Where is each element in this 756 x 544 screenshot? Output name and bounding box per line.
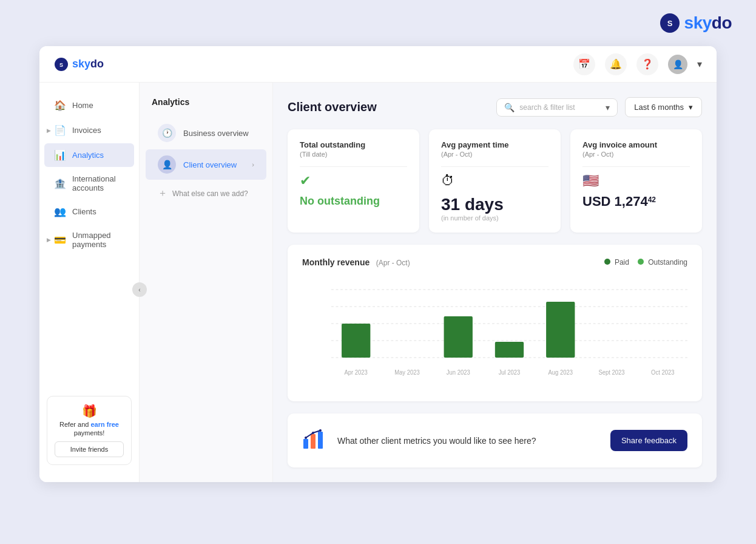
svg-text:Oct 2023: Oct 2023 bbox=[651, 369, 674, 376]
app-logo: S skydo bbox=[54, 57, 104, 72]
stat-total-outstanding-value: No outstanding bbox=[300, 195, 407, 208]
svg-text:Apr 2023: Apr 2023 bbox=[345, 369, 368, 376]
sidebar-nav: 🏠 Home ▶ 📄 Invoices 📊 Analytics 🏦 Intern… bbox=[39, 92, 139, 389]
sidebar-item-international-label: International accounts bbox=[72, 174, 124, 192]
invite-friends-button[interactable]: Invite friends bbox=[55, 441, 124, 457]
page-controls: 🔍 ▾ Last 6 months ▾ bbox=[496, 97, 702, 117]
feedback-text: What other client metrics you would like… bbox=[337, 436, 601, 446]
stat-avg-payment-note: (in number of days) bbox=[441, 214, 548, 222]
period-label: Last 6 months bbox=[634, 103, 684, 112]
stat-card-total-outstanding: Total outstanding (Till date) ✔ No outst… bbox=[288, 129, 419, 233]
share-feedback-button[interactable]: Share feedback bbox=[610, 430, 687, 451]
top-header: S skydo bbox=[0, 0, 756, 46]
analytics-icon: 📊 bbox=[54, 149, 66, 161]
refer-card: 🎁 Refer and earn free payments! Invite f… bbox=[47, 396, 132, 465]
sidebar-collapse-button[interactable]: ‹ bbox=[132, 282, 147, 297]
chart-svg-wrap: 6.00 L 4.50 L 3.00 L 1.50 L 0 bbox=[302, 277, 687, 389]
svg-text:S: S bbox=[667, 19, 672, 28]
legend-outstanding-label: Outstanding bbox=[648, 258, 687, 267]
international-icon: 🏦 bbox=[54, 178, 66, 189]
client-overview-chevron: › bbox=[252, 161, 254, 168]
svg-text:Aug 2023: Aug 2023 bbox=[548, 369, 573, 376]
stat-avg-payment-subtitle: (Apr - Oct) bbox=[441, 151, 548, 158]
legend-outstanding: Outstanding bbox=[638, 258, 687, 267]
svg-text:S: S bbox=[59, 62, 63, 68]
search-box: 🔍 ▾ bbox=[496, 98, 618, 117]
svg-rect-27 bbox=[318, 432, 323, 449]
avatar: 👤 bbox=[668, 55, 687, 74]
stat-avg-invoice-title: Avg invoice amount bbox=[582, 140, 690, 149]
sub-nav-add[interactable]: ＋ What else can we add? bbox=[146, 181, 266, 206]
app-window: S skydo 📅 🔔 ❓ 👤 ▾ 🏠 Home ▶ bbox=[39, 46, 717, 482]
account-dropdown-button[interactable]: ▾ bbox=[697, 58, 702, 70]
svg-text:May 2023: May 2023 bbox=[394, 369, 420, 376]
search-input[interactable] bbox=[519, 103, 601, 112]
sidebar-item-home[interactable]: 🏠 Home bbox=[44, 93, 134, 117]
stat-card-avg-payment: Avg payment time (Apr - Oct) ⏱ 31 days (… bbox=[429, 129, 561, 233]
gift-icon: 🎁 bbox=[55, 404, 124, 418]
svg-text:Jun 2023: Jun 2023 bbox=[447, 369, 470, 376]
sidebar-item-clients[interactable]: 👥 Clients bbox=[44, 200, 134, 223]
main-sidebar: 🏠 Home ▶ 📄 Invoices 📊 Analytics 🏦 Intern… bbox=[39, 83, 140, 482]
stats-row: Total outstanding (Till date) ✔ No outst… bbox=[288, 129, 702, 233]
sidebar-item-clients-label: Clients bbox=[72, 207, 96, 216]
svg-point-28 bbox=[305, 437, 307, 439]
client-overview-icon: 👤 bbox=[158, 155, 176, 174]
stat-avg-payment-icon: ⏱ bbox=[441, 173, 548, 189]
feedback-icon-svg bbox=[302, 426, 328, 451]
svg-rect-14 bbox=[342, 324, 370, 358]
skydo-top-logo-icon: S bbox=[659, 12, 681, 34]
stat-total-outstanding-subtitle: (Till date) bbox=[300, 151, 407, 158]
legend-paid: Paid bbox=[604, 258, 629, 267]
sidebar-item-invoices-label: Invoices bbox=[72, 126, 101, 135]
chart-subtitle: (Apr - Oct) bbox=[376, 259, 410, 267]
svg-rect-25 bbox=[303, 439, 308, 449]
stat-avg-payment-value: 31 days bbox=[441, 195, 548, 214]
period-chevron-icon: ▾ bbox=[689, 103, 693, 112]
calendar-button[interactable]: 📅 bbox=[573, 53, 595, 75]
sidebar-item-analytics[interactable]: 📊 Analytics bbox=[44, 143, 134, 167]
chart-title: Monthly revenue bbox=[302, 257, 370, 267]
notifications-button[interactable]: 🔔 bbox=[605, 53, 627, 75]
stat-avg-invoice-value-wrap: USD 1,27442 bbox=[582, 194, 690, 209]
invoices-arrow: ▶ bbox=[47, 127, 51, 134]
refer-text: Refer and bbox=[59, 421, 89, 428]
sidebar-item-invoices[interactable]: ▶ 📄 Invoices bbox=[44, 118, 134, 142]
period-selector[interactable]: Last 6 months ▾ bbox=[625, 97, 702, 117]
payments-text: payments! bbox=[55, 429, 124, 437]
stat-card-avg-invoice: Avg invoice amount (Apr - Oct) 🇺🇸 USD 1,… bbox=[570, 129, 702, 233]
stat-total-outstanding-title: Total outstanding bbox=[300, 140, 407, 149]
clients-icon: 👥 bbox=[54, 206, 66, 217]
svg-text:Sept 2023: Sept 2023 bbox=[598, 369, 624, 376]
legend-paid-label: Paid bbox=[615, 258, 629, 267]
sidebar-item-international[interactable]: 🏦 International accounts bbox=[44, 168, 134, 199]
legend-paid-dot bbox=[604, 259, 610, 265]
sub-nav-business[interactable]: 🕐 Business overview bbox=[146, 118, 266, 148]
stat-avg-invoice-subtitle: (Apr - Oct) bbox=[582, 151, 690, 158]
sidebar-item-unmapped[interactable]: ▶ 💳 Unmapped payments bbox=[44, 225, 134, 255]
svg-rect-17 bbox=[546, 302, 575, 358]
invoices-icon: 📄 bbox=[54, 124, 66, 136]
sub-nav-client[interactable]: 👤 Client overview › bbox=[146, 149, 266, 180]
svg-rect-15 bbox=[444, 316, 473, 358]
chart-title-wrap: Monthly revenue (Apr - Oct) bbox=[302, 257, 410, 268]
sub-nav-add-label: What else can we add? bbox=[172, 189, 248, 198]
main-content: Client overview 🔍 ▾ Last 6 months ▾ bbox=[273, 83, 717, 482]
business-overview-icon: 🕐 bbox=[158, 124, 176, 142]
legend-outstanding-dot bbox=[638, 259, 644, 265]
svg-rect-16 bbox=[495, 342, 524, 358]
usd-flag-icon: 🇺🇸 bbox=[582, 173, 690, 189]
sidebar-item-unmapped-label: Unmapped payments bbox=[72, 231, 124, 249]
help-button[interactable]: ❓ bbox=[636, 53, 658, 75]
app-body: 🏠 Home ▶ 📄 Invoices 📊 Analytics 🏦 Intern… bbox=[39, 83, 717, 482]
add-icon: ＋ bbox=[158, 187, 167, 200]
app-logo-icon: S bbox=[54, 57, 69, 72]
search-dropdown-button[interactable]: ▾ bbox=[606, 103, 610, 112]
page-header: Client overview 🔍 ▾ Last 6 months ▾ bbox=[288, 97, 702, 117]
search-icon: 🔍 bbox=[504, 103, 515, 112]
svg-text:Jul 2023: Jul 2023 bbox=[499, 369, 521, 376]
top-logo-text: skydo bbox=[684, 13, 732, 33]
page-title: Client overview bbox=[288, 100, 377, 114]
chart-header: Monthly revenue (Apr - Oct) Paid Outstan… bbox=[302, 257, 687, 268]
chart-card: Monthly revenue (Apr - Oct) Paid Outstan… bbox=[288, 245, 702, 401]
